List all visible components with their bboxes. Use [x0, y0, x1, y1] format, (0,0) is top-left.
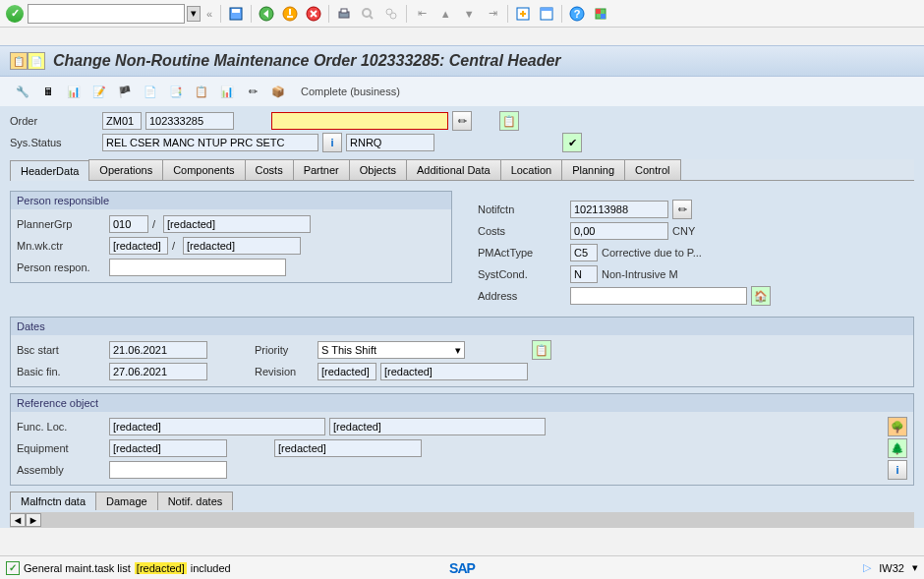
first-page-icon[interactable]: ⇤: [411, 3, 433, 25]
command-field[interactable]: [28, 4, 185, 24]
revision-field[interactable]: [redacted]: [318, 363, 376, 380]
tab-operations[interactable]: Operations: [88, 159, 163, 180]
tab-partner[interactable]: Partner: [293, 159, 350, 180]
refobj-info-button[interactable]: i: [888, 460, 907, 480]
tab-headerdata[interactable]: HeaderData: [10, 160, 89, 181]
app-icon-6[interactable]: 📄: [140, 81, 161, 102]
edit-desc-button[interactable]: ✏: [452, 111, 472, 131]
page-title: Change Non-Routine Maintenance Order 102…: [53, 52, 561, 70]
personrespon-field[interactable]: [109, 259, 286, 276]
doc-icon-2[interactable]: 📄: [28, 52, 45, 70]
header-action-button-2[interactable]: ✔: [562, 133, 582, 152]
last-page-icon[interactable]: ⇥: [482, 3, 503, 25]
bscstart-label: Bsc start: [17, 344, 105, 356]
svg-rect-17: [596, 9, 601, 14]
mnwkctr-sep: /: [172, 240, 179, 252]
tab-location[interactable]: Location: [500, 159, 563, 180]
enter-button[interactable]: ✓: [4, 3, 26, 25]
title-bar: 📋 📄 Change Non-Routine Maintenance Order…: [0, 45, 924, 77]
app-icon-2[interactable]: 🖩: [37, 81, 59, 102]
status-text-suffix: included: [191, 562, 231, 574]
back-icon[interactable]: [256, 3, 277, 25]
equipment-field[interactable]: [redacted]: [109, 439, 227, 457]
tab-additionaldata[interactable]: Additional Data: [406, 159, 501, 180]
mnwkctr-field[interactable]: [redacted]: [109, 237, 168, 255]
next-page-icon[interactable]: ▼: [458, 3, 480, 25]
app-icon-9[interactable]: 📊: [216, 81, 238, 102]
app-icon-7[interactable]: 📑: [165, 81, 187, 102]
find-icon[interactable]: [357, 3, 378, 25]
tab-components[interactable]: Components: [162, 159, 245, 180]
notifctn-field[interactable]: 102113988: [570, 201, 668, 218]
prev-page-icon[interactable]: ▲: [434, 3, 456, 25]
subtab-malfnctn[interactable]: Malfnctn data: [10, 492, 96, 510]
assembly-field[interactable]: [109, 461, 227, 479]
dates-action-button[interactable]: 📋: [532, 340, 551, 360]
priority-dropdown[interactable]: S This Shift▾: [318, 341, 465, 359]
equipment-desc: [redacted]: [274, 439, 422, 457]
svg-line-8: [370, 16, 373, 19]
revision-label: Revision: [255, 366, 314, 377]
header-action-button-1[interactable]: 📋: [499, 111, 519, 131]
refobj-hier-button[interactable]: 🌳: [888, 417, 907, 436]
basicfin-field[interactable]: 27.06.2021: [109, 363, 207, 380]
funcloc-desc: [redacted]: [329, 418, 546, 435]
order-desc-field[interactable]: [271, 112, 448, 130]
scroll-right-button[interactable]: ►: [26, 513, 41, 527]
command-dropdown[interactable]: ▾: [187, 6, 201, 22]
exit-icon[interactable]: [279, 3, 301, 25]
print-icon[interactable]: [333, 3, 355, 25]
order-type-field[interactable]: ZM01: [102, 112, 142, 130]
costs-field: 0,00: [570, 222, 668, 240]
bscstart-field[interactable]: 21.06.2021: [109, 341, 207, 359]
person-and-right: Person responsible PlannerGrp 010 / [red…: [10, 185, 914, 311]
notifctn-edit-button[interactable]: ✏: [672, 200, 692, 219]
address-button[interactable]: 🏠: [751, 286, 771, 306]
app-icon-5[interactable]: 🏴: [114, 81, 136, 102]
app-icon-3[interactable]: 📊: [63, 81, 85, 102]
chevron-left-icon: «: [206, 8, 212, 20]
systcond-desc: Non-Intrusive M: [602, 268, 682, 280]
sysstatus-field: REL CSER MANC NTUP PRC SETC: [102, 134, 318, 151]
app-icon-11[interactable]: 📦: [267, 81, 289, 102]
order-number-field[interactable]: 102333285: [145, 112, 234, 130]
cancel-icon[interactable]: [303, 3, 324, 25]
tab-costs[interactable]: Costs: [245, 159, 294, 180]
doc-icon-1[interactable]: 📋: [10, 52, 28, 70]
app-toolbar: 🔧 🖩 📊 📝 🏴 📄 📑 📋 📊 ✏ 📦 Complete (business…: [0, 77, 924, 106]
help-icon[interactable]: ?: [566, 3, 588, 25]
tab-planning[interactable]: Planning: [561, 159, 625, 180]
dates-title: Dates: [11, 318, 913, 335]
app-icon-8[interactable]: 📋: [191, 81, 212, 102]
complete-business-button[interactable]: Complete (business): [301, 86, 400, 97]
refobj-tree-button[interactable]: 🌲: [888, 438, 907, 458]
status-text-prefix: General maint.task list: [24, 562, 131, 574]
app-icon-4[interactable]: 📝: [88, 81, 110, 102]
save-icon[interactable]: [225, 3, 247, 25]
tab-control[interactable]: Control: [624, 159, 680, 180]
scroll-left-button[interactable]: ◄: [10, 513, 26, 527]
systcond-field[interactable]: N: [570, 265, 598, 283]
scroll-row: ◄ ►: [10, 512, 914, 528]
find-next-icon[interactable]: [380, 3, 402, 25]
status-info-button[interactable]: i: [322, 133, 342, 152]
customize-icon[interactable]: [590, 3, 611, 25]
status-right: ▷ IW32 ▾: [863, 561, 918, 574]
tcode-dropdown[interactable]: ▾: [912, 561, 918, 574]
subtab-damage[interactable]: Damage: [95, 492, 158, 510]
funcloc-field[interactable]: [redacted]: [109, 418, 325, 435]
svg-text:?: ?: [574, 8, 581, 20]
address-field[interactable]: [570, 287, 747, 305]
new-session-icon[interactable]: [512, 3, 534, 25]
layout-icon[interactable]: [536, 3, 557, 25]
address-label: Address: [478, 290, 566, 302]
basicfin-label: Basic fin.: [17, 366, 105, 377]
priority-value: S This Shift: [321, 344, 376, 356]
plannergrp-field[interactable]: 010: [109, 215, 148, 233]
tab-objects[interactable]: Objects: [349, 159, 407, 180]
app-icon-10[interactable]: ✏: [242, 81, 263, 102]
status-play-icon[interactable]: ▷: [863, 561, 871, 574]
app-icon-1[interactable]: 🔧: [12, 81, 33, 102]
pmacttype-field[interactable]: C5: [570, 244, 598, 261]
subtab-notifdates[interactable]: Notif. dates: [157, 492, 234, 510]
